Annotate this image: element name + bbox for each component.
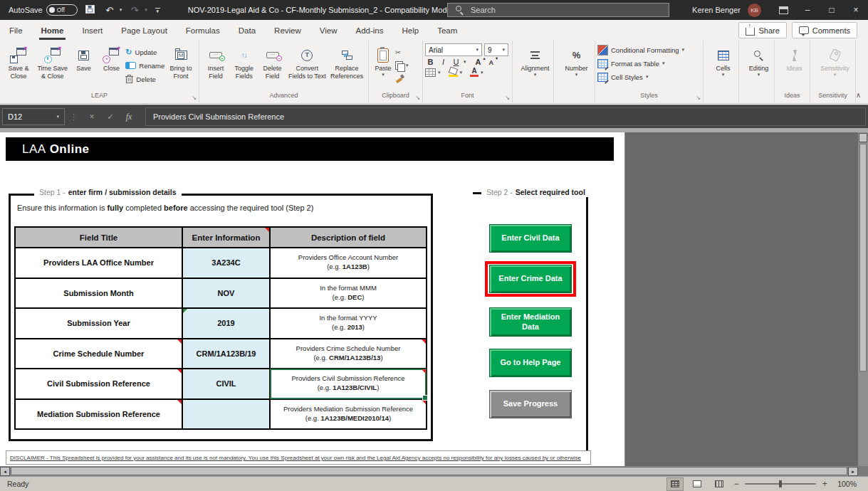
field-title-cell[interactable]: Crime Schedule Number xyxy=(15,339,182,369)
enter-civil-data-button[interactable]: Enter Civil Data xyxy=(489,224,572,253)
submission-year-input-cell[interactable]: 2019 xyxy=(182,308,270,339)
underline-caret-icon[interactable]: ▾ xyxy=(464,60,466,64)
font-size-select[interactable]: 9 ▾ xyxy=(484,43,508,56)
undo-caret-icon[interactable]: ▾ xyxy=(120,7,122,13)
insert-field-button[interactable]: ···+ Insert Field xyxy=(202,43,230,80)
leap-dialog-launcher-icon[interactable]: ↘ xyxy=(192,95,197,101)
description-cell[interactable]: Providers Crime Schedule Number(e.g. CRM… xyxy=(270,339,427,369)
avatar[interactable]: KB xyxy=(748,4,761,17)
font-dialog-launcher-icon[interactable]: ↘ xyxy=(505,95,510,101)
maximize-button[interactable]: □ xyxy=(820,0,844,20)
delete-button[interactable]: Delete xyxy=(125,73,165,85)
paste-button[interactable]: Paste ▾ xyxy=(371,43,395,77)
go-to-help-page-button[interactable]: Go to Help Page xyxy=(489,349,572,377)
close-workbook-button[interactable]: ↗× Close xyxy=(98,43,126,73)
share-button[interactable]: Share xyxy=(738,22,786,38)
bring-to-front-button[interactable]: M Bring to Front xyxy=(165,43,197,80)
time-save-and-close-button[interactable]: ↗ Time Save & Close xyxy=(35,43,70,80)
vertical-scrollbar[interactable] xyxy=(858,132,868,466)
worksheet[interactable]: LAA Online Step 1 -enter firm / submissi… xyxy=(0,132,868,466)
tab-review[interactable]: Review xyxy=(265,20,310,41)
styles-dialog-launcher-icon[interactable]: ↘ xyxy=(696,95,701,101)
clipboard-dialog-launcher-icon[interactable]: ↘ xyxy=(415,95,420,101)
tab-file[interactable]: File xyxy=(0,20,32,41)
submission-month-input-cell[interactable]: NOV xyxy=(182,278,270,309)
conditional-formatting-button[interactable]: Conditional Formatting ▾ xyxy=(597,44,701,56)
crime-schedule-input-cell[interactable]: CRM/1A123B/19 xyxy=(182,339,270,369)
tab-insert[interactable]: Insert xyxy=(73,20,112,41)
mediation-reference-input-cell[interactable] xyxy=(182,399,270,430)
zoom-level[interactable]: 100% xyxy=(837,480,857,488)
copy-button[interactable]: ▾ xyxy=(395,60,409,71)
borders-caret-icon[interactable]: ▾ xyxy=(438,70,441,75)
ribbon-display-options-button[interactable] xyxy=(771,0,795,20)
formula-input[interactable]: Providers Civil Submission Reference xyxy=(145,107,866,126)
cell-styles-button[interactable]: Cell Styles ▾ xyxy=(597,71,701,83)
cancel-icon[interactable]: × xyxy=(83,112,101,122)
description-cell[interactable]: Providers Mediation Submission Reference… xyxy=(270,399,427,430)
tab-team[interactable]: Team xyxy=(428,20,466,41)
comments-button[interactable]: Comments xyxy=(792,22,857,38)
horizontal-scrollbar[interactable]: ◂ ▸ xyxy=(0,466,868,476)
enter-icon[interactable]: ✓ xyxy=(101,112,120,122)
tab-data[interactable]: Data xyxy=(229,20,265,41)
font-color-button[interactable]: A xyxy=(470,68,479,77)
civil-reference-input-cell[interactable]: CIVIL xyxy=(182,369,270,399)
scroll-left-icon[interactable]: ◂ xyxy=(0,467,10,476)
tab-add-ins[interactable]: Add-ins xyxy=(347,20,393,41)
underline-button[interactable]: U xyxy=(451,58,461,66)
save-icon[interactable] xyxy=(84,4,97,16)
zoom-slider-handle[interactable] xyxy=(779,480,782,487)
scroll-up-icon[interactable] xyxy=(859,133,867,142)
borders-button[interactable] xyxy=(425,68,436,77)
field-title-cell[interactable]: Submission Year xyxy=(15,308,182,339)
tab-help[interactable]: Help xyxy=(393,20,429,41)
shrink-font-button[interactable]: A▾ xyxy=(488,58,493,66)
grow-font-button[interactable]: A▴ xyxy=(476,58,481,66)
minimize-button[interactable]: – xyxy=(795,0,820,20)
field-title-cell[interactable]: Submission Month xyxy=(15,278,182,309)
convert-fields-button[interactable]: T Convert Fields to Text xyxy=(286,43,328,80)
tab-home[interactable]: Home xyxy=(32,20,73,41)
zoom-out-button[interactable]: − xyxy=(733,479,740,489)
redo-icon[interactable]: ↷ xyxy=(128,5,141,16)
scroll-right-icon[interactable]: ▸ xyxy=(848,467,858,476)
enter-mediation-data-button[interactable]: Enter Mediation Data xyxy=(489,307,572,337)
field-title-cell[interactable]: Mediation Submission Reference xyxy=(15,399,182,430)
replace-references-button[interactable]: ⇄ Replace References xyxy=(328,43,366,80)
format-painter-button[interactable] xyxy=(395,73,404,85)
number-format-button[interactable]: % Number ▾ xyxy=(558,43,596,77)
close-button[interactable]: × xyxy=(844,0,868,20)
search-input[interactable]: Search xyxy=(447,3,669,17)
redo-caret-icon[interactable]: ▾ xyxy=(145,7,147,13)
ideas-button[interactable]: Ideas xyxy=(778,43,811,73)
tab-page-layout[interactable]: Page Layout xyxy=(112,20,177,41)
italic-button[interactable]: I xyxy=(438,58,449,66)
enter-crime-data-button[interactable]: Enter Crime Data xyxy=(489,265,572,293)
description-cell[interactable]: Providers Office Account Number(e.g. 1A1… xyxy=(270,248,427,278)
tab-formulas[interactable]: Formulas xyxy=(177,20,229,41)
bold-button[interactable]: B xyxy=(425,58,436,66)
office-number-input-cell[interactable]: 3A234C xyxy=(182,248,270,278)
rename-button[interactable]: Rename xyxy=(125,60,165,71)
sensitivity-button[interactable]: Sensitivity ▾ xyxy=(814,43,857,77)
normal-view-button[interactable] xyxy=(666,477,684,491)
fill-handle[interactable] xyxy=(422,395,428,401)
alignment-button[interactable]: Alignment ▾ xyxy=(516,43,555,77)
horizontal-scroll-thumb[interactable] xyxy=(11,467,847,475)
toggle-fields-button[interactable]: ↑↓ Toggle Fields xyxy=(230,43,258,80)
format-as-table-button[interactable]: Format as Table ▾ xyxy=(597,58,701,69)
field-title-cell[interactable]: Civil Submission Reference xyxy=(15,369,182,399)
font-name-select[interactable]: Arial ▾ xyxy=(425,43,482,56)
autosave-toggle[interactable]: AutoSave Off xyxy=(9,4,78,16)
fill-color-button[interactable] xyxy=(449,68,458,77)
description-cell[interactable]: In the format MMM(e.g. DEC) xyxy=(270,278,427,309)
zoom-in-button[interactable]: + xyxy=(821,479,828,489)
collapse-ribbon-icon[interactable]: ∧ xyxy=(856,91,861,99)
cells-button[interactable]: Cells ▾ xyxy=(707,43,740,77)
vertical-scroll-thumb[interactable] xyxy=(859,144,867,371)
autosave-pill[interactable]: Off xyxy=(46,4,78,16)
insert-function-icon[interactable]: fx xyxy=(120,112,138,122)
undo-icon[interactable]: ↶ xyxy=(103,5,116,16)
save-progress-button[interactable]: Save Progress xyxy=(489,390,572,418)
